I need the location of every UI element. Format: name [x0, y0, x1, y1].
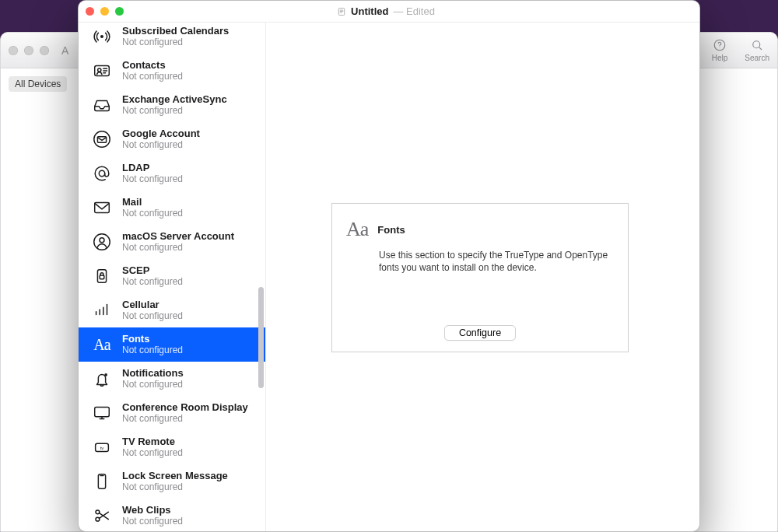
- sidebar-item-title: Notifications: [122, 368, 184, 380]
- sidebar-item-lock-screen[interactable]: Lock Screen MessageNot configured: [79, 464, 265, 499]
- all-devices-tag[interactable]: All Devices: [9, 76, 67, 92]
- titlebar: Untitled — Edited: [79, 1, 699, 23]
- background-title: A: [61, 44, 68, 57]
- content-area: Aa Fonts Use this section to specify the…: [266, 23, 699, 531]
- minimize-button[interactable]: [100, 7, 109, 16]
- payload-list: Subscribed CalendarsNot configuredContac…: [79, 23, 265, 531]
- sidebar-item-title: Lock Screen Message: [122, 471, 228, 482]
- sidebar-item-title: macOS Server Account: [122, 231, 234, 243]
- background-traffic-lights: [9, 46, 49, 55]
- close-button[interactable]: [86, 7, 94, 16]
- bell-icon: [91, 368, 113, 390]
- help-icon: [713, 38, 727, 52]
- svg-rect-22: [98, 474, 105, 489]
- search-icon: [750, 38, 764, 52]
- sidebar-item-macos-server[interactable]: macOS Server AccountNot configured: [79, 225, 265, 259]
- phone-icon: [91, 471, 113, 492]
- document-title: Untitled: [351, 5, 388, 17]
- svg-point-1: [720, 47, 720, 48]
- sidebar-item-title: Exchange ActiveSync: [122, 94, 227, 106]
- sidebar-item-title: Contacts: [122, 60, 183, 72]
- sidebar-item-subtitle: Not configured: [122, 277, 183, 288]
- sidebar-item-subtitle: Not configured: [122, 516, 183, 527]
- svg-text:tv: tv: [100, 446, 104, 450]
- document-state: — Edited: [393, 5, 435, 17]
- sidebar-scrollbar[interactable]: [258, 23, 264, 531]
- aa-icon: Aa: [91, 334, 113, 355]
- at-icon: [91, 163, 113, 184]
- sidebar-item-exchange-activesync[interactable]: Exchange ActiveSyncNot configured: [79, 88, 265, 122]
- document-icon: [337, 7, 346, 16]
- panel-title: Fonts: [377, 224, 405, 236]
- svg-point-7: [100, 35, 103, 38]
- display-icon: [91, 402, 113, 424]
- sidebar-item-google-account[interactable]: Google AccountNot configured: [79, 122, 265, 156]
- envelope-icon: [91, 197, 113, 219]
- background-close-dot: [9, 46, 18, 55]
- fonts-icon: Aa: [346, 218, 368, 241]
- sidebar-item-ldap[interactable]: LDAPNot configured: [79, 156, 265, 191]
- sidebar-item-tv-remote[interactable]: tvTV RemoteNot configured: [79, 430, 265, 464]
- person-circle-icon: [91, 231, 113, 253]
- svg-point-12: [99, 170, 104, 176]
- scissors-icon: [91, 505, 113, 527]
- help-label: Help: [712, 54, 728, 62]
- sidebar-item-subtitle: Not configured: [122, 243, 234, 254]
- sidebar-item-web-clips[interactable]: Web ClipsNot configured: [79, 499, 265, 531]
- svg-point-18: [104, 373, 107, 376]
- sidebar-item-cellular[interactable]: CellularNot configured: [79, 293, 265, 327]
- window-title: Untitled — Edited: [130, 5, 642, 17]
- svg-rect-5: [340, 11, 344, 12]
- sidebar-item-title: SCEP: [122, 265, 183, 277]
- sidebar-item-subtitle: Not configured: [122, 482, 228, 493]
- fonts-panel: Aa Fonts Use this section to specify the…: [331, 203, 629, 352]
- background-min-dot: [24, 46, 33, 55]
- sidebar-item-title: Conference Room Display: [122, 402, 248, 414]
- profile-editor-window: Untitled — Edited Subscribed CalendarsNo…: [78, 0, 700, 532]
- svg-rect-4: [340, 9, 344, 10]
- cellular-bars-icon: [91, 299, 113, 321]
- sidebar-item-scep[interactable]: SCEPNot configured: [79, 259, 265, 293]
- sidebar-item-subtitle: Not configured: [122, 448, 183, 459]
- sidebar-item-mail[interactable]: MailNot configured: [79, 191, 265, 225]
- inbox-icon: [91, 94, 113, 116]
- sidebar-item-subtitle: Not configured: [122, 414, 248, 425]
- lock-device-icon: [91, 265, 113, 287]
- sidebar-item-notifications[interactable]: NotificationsNot configured: [79, 362, 265, 396]
- svg-rect-16: [97, 270, 106, 283]
- sidebar-item-subtitle: Not configured: [122, 106, 227, 117]
- sidebar-item-contacts[interactable]: ContactsNot configured: [79, 54, 265, 88]
- configure-button[interactable]: Configure: [444, 325, 516, 341]
- svg-rect-6: [340, 12, 342, 12]
- sidebar-item-title: Cellular: [122, 299, 183, 311]
- help-toolbar-item[interactable]: Help: [712, 38, 728, 62]
- sidebar-item-subscribed-calendars[interactable]: Subscribed CalendarsNot configured: [79, 23, 265, 54]
- sidebar-item-fonts[interactable]: AaFontsNot configured: [79, 327, 265, 362]
- sidebar-item-conference-room[interactable]: Conference Room DisplayNot configured: [79, 396, 265, 430]
- search-label: Search: [745, 54, 769, 62]
- svg-point-10: [94, 131, 110, 147]
- svg-point-15: [100, 238, 104, 243]
- traffic-lights: [86, 7, 124, 16]
- svg-rect-11: [97, 137, 106, 142]
- sidebar-item-title: TV Remote: [122, 436, 183, 448]
- sidebar-item-subtitle: Not configured: [122, 72, 183, 82]
- panel-description: Use this section to specify the TrueType…: [379, 249, 612, 274]
- sidebar-item-subtitle: Not configured: [122, 345, 183, 356]
- search-toolbar-item[interactable]: Search: [745, 38, 769, 62]
- scrollbar-thumb[interactable]: [258, 287, 264, 388]
- sidebar-item-title: Web Clips: [122, 505, 183, 516]
- sidebar-item-subtitle: Not configured: [122, 37, 229, 48]
- sidebar-item-subtitle: Not configured: [122, 174, 183, 185]
- svg-point-2: [753, 41, 760, 48]
- zoom-button[interactable]: [115, 7, 124, 16]
- sidebar-item-title: Fonts: [122, 334, 183, 345]
- envelope-circle-icon: [91, 128, 113, 150]
- sidebar-item-title: Mail: [122, 197, 183, 208]
- appletv-icon: tv: [91, 436, 113, 458]
- sidebar-item-subtitle: Not configured: [122, 208, 183, 219]
- sidebar-item-title: Subscribed Calendars: [122, 26, 229, 37]
- payload-sidebar: Subscribed CalendarsNot configuredContac…: [79, 23, 266, 531]
- sidebar-item-subtitle: Not configured: [122, 380, 184, 390]
- sidebar-item-title: Google Account: [122, 128, 200, 140]
